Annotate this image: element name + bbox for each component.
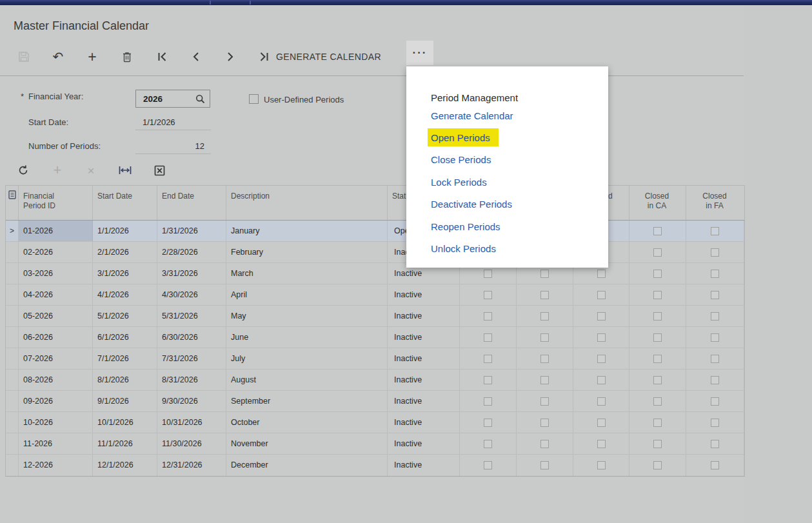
row-selector-cell[interactable]: >: [6, 221, 19, 241]
row-selector-cell[interactable]: [6, 433, 19, 454]
menu-item-unlock-periods[interactable]: Unlock Periods: [431, 243, 496, 254]
menu-item-generate-calendar[interactable]: Generate Calendar: [431, 110, 513, 121]
column-header-start_date[interactable]: Start Date: [93, 186, 157, 220]
column-header-end_date[interactable]: End Date: [157, 186, 226, 220]
cell-end_date[interactable]: 6/30/2026: [157, 327, 226, 348]
checkbox-ar-unchecked[interactable]: [540, 461, 549, 469]
fit-width-button[interactable]: [117, 162, 134, 179]
cell-end_date[interactable]: 12/31/2026: [157, 455, 226, 476]
checkbox-fa-unchecked[interactable]: [711, 440, 719, 448]
go-previous-button[interactable]: [187, 48, 205, 66]
checkbox-fa-unchecked[interactable]: [711, 227, 719, 235]
menu-item-reopen-periods[interactable]: Reopen Periods: [431, 221, 500, 232]
cell-period_id[interactable]: 04-2026: [19, 284, 93, 305]
cell-ar[interactable]: [517, 348, 573, 369]
cell-end_date[interactable]: 1/31/2026: [157, 221, 226, 241]
checkbox-ar-unchecked[interactable]: [540, 333, 549, 342]
cell-start_date[interactable]: 1/1/2026: [93, 221, 157, 241]
checkbox-fa-unchecked[interactable]: [711, 355, 719, 363]
cell-fa[interactable]: [686, 242, 744, 262]
checkbox-in_-unchecked[interactable]: [597, 419, 606, 427]
go-last-button[interactable]: [255, 48, 273, 66]
checkbox-in_-unchecked[interactable]: [597, 270, 606, 278]
checkbox-ca-unchecked[interactable]: [653, 312, 662, 321]
cell-ar[interactable]: [517, 370, 573, 390]
cell-end_date[interactable]: 9/30/2026: [157, 391, 226, 411]
row-selector-cell[interactable]: [6, 412, 19, 433]
table-row-11-2026[interactable]: 11-202611/1/202611/30/2026NovemberInacti…: [6, 433, 744, 455]
cell-end_date[interactable]: 8/31/2026: [157, 370, 226, 390]
checkbox-ca-unchecked[interactable]: [653, 333, 662, 342]
cell-fa[interactable]: [686, 455, 744, 476]
cell-end_date[interactable]: 4/30/2026: [157, 284, 226, 305]
cell-ca[interactable]: [629, 433, 686, 454]
checkbox-in_-unchecked[interactable]: [597, 376, 606, 384]
cell-status[interactable]: Inactive: [388, 455, 460, 476]
generate-calendar-button[interactable]: GENERATE CALENDAR: [276, 52, 381, 62]
checkbox-ap-unchecked[interactable]: [484, 461, 492, 469]
cell-fa[interactable]: [686, 263, 744, 284]
cell-status[interactable]: Inactive: [388, 412, 460, 433]
cell-period_id[interactable]: 08-2026: [19, 370, 93, 390]
checkbox-ca-unchecked[interactable]: [653, 291, 662, 299]
cell-start_date[interactable]: 2/1/2026: [93, 242, 157, 262]
cell-fa[interactable]: [686, 284, 744, 305]
checkbox-ar-unchecked[interactable]: [540, 397, 549, 406]
checkbox-ar-unchecked[interactable]: [540, 419, 549, 427]
cell-start_date[interactable]: 6/1/2026: [93, 327, 157, 348]
checkbox-ap-unchecked[interactable]: [484, 397, 492, 406]
cell-start_date[interactable]: 5/1/2026: [93, 306, 157, 326]
column-header-fa[interactable]: Closed in FA: [686, 186, 744, 220]
cell-description[interactable]: January: [226, 221, 388, 241]
cell-fa[interactable]: [686, 370, 744, 390]
checkbox-ca-unchecked[interactable]: [653, 248, 662, 257]
cell-in_[interactable]: [573, 391, 629, 411]
cell-ca[interactable]: [629, 370, 686, 390]
cell-ca[interactable]: [629, 455, 686, 476]
cell-in_[interactable]: [573, 348, 629, 369]
checkbox-ca-unchecked[interactable]: [653, 461, 662, 469]
cell-status[interactable]: Inactive: [388, 348, 460, 369]
cell-ap[interactable]: [460, 370, 517, 390]
cell-fa[interactable]: [686, 306, 744, 326]
cell-period_id[interactable]: 06-2026: [19, 327, 93, 348]
checkbox-ca-unchecked[interactable]: [653, 270, 662, 278]
checkbox-in_-unchecked[interactable]: [597, 440, 606, 448]
cell-description[interactable]: February: [226, 242, 388, 262]
checkbox-ap-unchecked[interactable]: [484, 270, 492, 278]
checkbox-fa-unchecked[interactable]: [711, 397, 719, 406]
cell-ca[interactable]: [629, 412, 686, 433]
row-selector-cell[interactable]: [6, 263, 19, 284]
table-row-03-2026[interactable]: 03-20263/1/20263/31/2026MarchInactive: [6, 263, 744, 284]
table-row-07-2026[interactable]: 07-20267/1/20267/31/2026JulyInactive: [6, 348, 744, 370]
cell-ar[interactable]: [517, 306, 573, 326]
checkbox-in_-unchecked[interactable]: [597, 397, 606, 406]
user-defined-periods-checkbox[interactable]: [249, 94, 259, 104]
checkbox-ap-unchecked[interactable]: [484, 419, 492, 427]
cell-start_date[interactable]: 8/1/2026: [93, 370, 157, 390]
cell-in_[interactable]: [573, 327, 629, 348]
table-row-10-2026[interactable]: 10-202610/1/202610/31/2026OctoberInactiv…: [6, 412, 744, 433]
checkbox-fa-unchecked[interactable]: [711, 291, 719, 299]
menu-item-open-periods[interactable]: Open Periods: [428, 128, 499, 146]
cell-ar[interactable]: [517, 412, 573, 433]
delete-button[interactable]: [118, 48, 136, 66]
row-selector-cell[interactable]: [6, 242, 19, 262]
checkbox-ca-unchecked[interactable]: [653, 440, 662, 448]
row-selector-cell[interactable]: [6, 348, 19, 369]
cell-ap[interactable]: [460, 391, 517, 411]
cell-fa[interactable]: [686, 327, 744, 348]
column-header-period_id[interactable]: Financial Period ID: [19, 186, 93, 220]
cell-ar[interactable]: [517, 455, 573, 476]
cell-ar[interactable]: [517, 284, 573, 305]
checkbox-ap-unchecked[interactable]: [484, 291, 492, 299]
cell-start_date[interactable]: 3/1/2026: [93, 263, 157, 284]
cell-start_date[interactable]: 12/1/2026: [93, 455, 157, 476]
checkbox-fa-unchecked[interactable]: [711, 419, 719, 427]
checkbox-ca-unchecked[interactable]: [653, 227, 662, 235]
cell-end_date[interactable]: 2/28/2026: [157, 242, 226, 262]
checkbox-in_-unchecked[interactable]: [597, 333, 606, 342]
cell-ca[interactable]: [629, 242, 686, 262]
cell-period_id[interactable]: 01-2026: [19, 221, 93, 241]
cell-ap[interactable]: [460, 327, 517, 348]
